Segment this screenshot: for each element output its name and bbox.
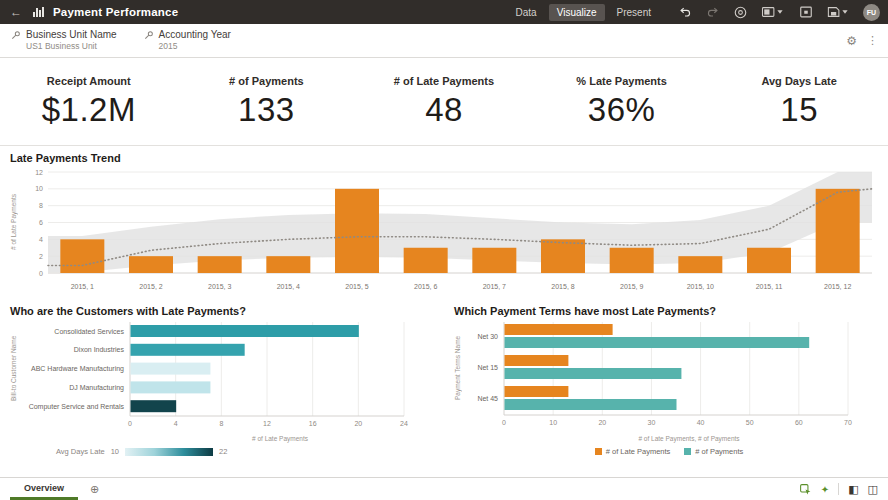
svg-text:30: 30 bbox=[648, 419, 656, 426]
pin-icon bbox=[10, 30, 21, 41]
svg-text:20: 20 bbox=[354, 420, 362, 427]
customer-bar[interactable] bbox=[131, 344, 245, 356]
customer-bar[interactable] bbox=[131, 363, 211, 375]
tab-data[interactable]: Data bbox=[508, 4, 545, 21]
svg-text:16: 16 bbox=[309, 420, 317, 427]
undo-icon[interactable] bbox=[677, 5, 692, 20]
refresh-data-icon[interactable] bbox=[733, 5, 748, 20]
terms-bar-chart[interactable]: 010203040506070Net 30Net 15Net 45 bbox=[464, 320, 874, 430]
trend-bar-chart[interactable]: 0246810122015, 12015, 22015, 32015, 4201… bbox=[20, 167, 878, 301]
trend-bar-2015, 5[interactable] bbox=[335, 189, 379, 273]
payments-bar[interactable] bbox=[505, 368, 682, 379]
svg-text:2015, 5: 2015, 5 bbox=[345, 283, 368, 290]
canvas-layout-icon[interactable] bbox=[761, 5, 785, 20]
layout-left-panel-icon[interactable]: ◧ bbox=[848, 483, 858, 496]
terms-chart-title: Which Payment Terms have most Late Payme… bbox=[454, 305, 878, 317]
kpi-receipt-amount[interactable]: Receipt Amount $1.2M bbox=[0, 58, 178, 145]
svg-text:70: 70 bbox=[844, 419, 852, 426]
trend-bar-2015, 3[interactable] bbox=[198, 256, 242, 273]
kpi-avg-days-late[interactable]: Avg Days Late 15 bbox=[710, 58, 888, 145]
customer-bar[interactable] bbox=[131, 325, 359, 337]
legend-item-late-payments[interactable]: # of Late Payments bbox=[595, 447, 671, 456]
kpi-label: % Late Payments bbox=[576, 75, 666, 87]
kpi-num-late-payments[interactable]: # of Late Payments 48 bbox=[355, 58, 533, 145]
svg-text:2015, 7: 2015, 7 bbox=[483, 283, 506, 290]
back-icon[interactable]: ← bbox=[8, 5, 24, 19]
kpi-value: 48 bbox=[425, 91, 463, 129]
svg-text:8: 8 bbox=[219, 420, 223, 427]
filter-bar: Business Unit Name US1 Business Unit Acc… bbox=[0, 24, 888, 58]
customers-bar-chart[interactable]: 04812162024Consolidated ServicesDixon In… bbox=[20, 320, 430, 430]
svg-text:2015, 4: 2015, 4 bbox=[277, 283, 300, 290]
kpi-label: Avg Days Late bbox=[761, 75, 836, 87]
trend-bar-2015, 1[interactable] bbox=[60, 239, 104, 273]
trend-bar-2015, 6[interactable] bbox=[404, 248, 448, 273]
trend-bar-2015, 7[interactable] bbox=[472, 248, 516, 273]
svg-text:4: 4 bbox=[39, 236, 43, 243]
filter-kebab-menu-icon[interactable]: ⋮ bbox=[867, 34, 878, 47]
filter-settings-gear-icon[interactable]: ⚙ bbox=[846, 34, 857, 48]
layout-split-icon[interactable]: ◫ bbox=[868, 483, 878, 496]
tab-present[interactable]: Present bbox=[609, 4, 659, 21]
filter-value: US1 Business Unit bbox=[26, 41, 117, 52]
svg-text:0: 0 bbox=[502, 419, 506, 426]
svg-text:8: 8 bbox=[39, 202, 43, 209]
filter-accounting-year[interactable]: Accounting Year 2015 bbox=[143, 29, 231, 52]
trend-bar-2015, 8[interactable] bbox=[541, 239, 585, 273]
trend-bar-2015, 12[interactable] bbox=[816, 189, 860, 273]
late-payments-bar[interactable] bbox=[505, 355, 569, 366]
trend-chart-title: Late Payments Trend bbox=[10, 152, 878, 164]
kpi-label: # of Late Payments bbox=[394, 75, 494, 87]
kpi-pct-late-payments[interactable]: % Late Payments 36% bbox=[533, 58, 711, 145]
customers-chart-card: Who are the Customers with Late Payments… bbox=[10, 305, 434, 456]
present-icon[interactable] bbox=[798, 5, 813, 20]
svg-text:Dixon Industries: Dixon Industries bbox=[74, 346, 125, 353]
customer-bar[interactable] bbox=[131, 400, 177, 412]
late-payments-bar[interactable] bbox=[505, 386, 569, 397]
svg-text:12: 12 bbox=[35, 169, 43, 176]
svg-text:Net 45: Net 45 bbox=[477, 395, 498, 402]
customer-bar[interactable] bbox=[131, 381, 211, 393]
svg-text:0: 0 bbox=[128, 420, 132, 427]
terms-y-axis-label: Payment Terms Name bbox=[454, 320, 464, 416]
trend-bar-2015, 4[interactable] bbox=[266, 256, 310, 273]
filter-business-unit[interactable]: Business Unit Name US1 Business Unit bbox=[10, 29, 117, 52]
touch-mode-icon[interactable] bbox=[799, 483, 812, 496]
svg-text:10: 10 bbox=[35, 185, 43, 192]
trend-bar-2015, 10[interactable] bbox=[678, 256, 722, 273]
legend-label: # of Payments bbox=[695, 447, 743, 456]
legend-swatch-orange bbox=[595, 448, 602, 455]
payments-bar[interactable] bbox=[505, 337, 810, 348]
kpi-value: 36% bbox=[588, 91, 656, 129]
svg-text:2015, 2: 2015, 2 bbox=[139, 283, 162, 290]
trend-bar-2015, 9[interactable] bbox=[610, 248, 654, 273]
trend-bar-2015, 2[interactable] bbox=[129, 256, 173, 273]
svg-text:Consolidated Services: Consolidated Services bbox=[54, 328, 124, 335]
svg-text:10: 10 bbox=[549, 419, 557, 426]
svg-text:2015, 9: 2015, 9 bbox=[620, 283, 643, 290]
legend-item-payments[interactable]: # of Payments bbox=[684, 447, 743, 456]
payments-bar[interactable] bbox=[505, 399, 677, 410]
legend-swatch-teal bbox=[684, 448, 691, 455]
add-canvas-icon[interactable]: ⊕ bbox=[90, 483, 99, 496]
tab-visualize[interactable]: Visualize bbox=[549, 4, 605, 21]
trend-y-axis-label: # of Late Payments bbox=[10, 167, 20, 277]
trend-bar-2015, 11[interactable] bbox=[747, 248, 791, 273]
svg-text:2015, 11: 2015, 11 bbox=[756, 283, 783, 290]
kpi-num-payments[interactable]: # of Payments 133 bbox=[178, 58, 356, 145]
app-header: ← Payment Performance Data Visualize Pre… bbox=[0, 0, 888, 24]
redo-icon[interactable] bbox=[705, 5, 720, 20]
save-icon[interactable] bbox=[826, 5, 850, 20]
legend-min: 10 bbox=[111, 447, 119, 456]
late-payments-bar[interactable] bbox=[505, 324, 613, 335]
terms-chart-card: Which Payment Terms have most Late Payme… bbox=[454, 305, 878, 456]
canvas-bar: Overview ⊕ ✦ ◧ ◫ bbox=[0, 477, 888, 500]
avatar[interactable]: FU bbox=[863, 4, 880, 21]
svg-text:6: 6 bbox=[39, 219, 43, 226]
kpi-value: $1.2M bbox=[42, 91, 136, 129]
canvas-tab-overview[interactable]: Overview bbox=[10, 478, 78, 500]
kpi-value: 133 bbox=[238, 91, 295, 129]
sparkle-auto-insights-icon[interactable]: ✦ bbox=[821, 484, 829, 495]
svg-text:60: 60 bbox=[795, 419, 803, 426]
svg-text:DJ Manufacturing: DJ Manufacturing bbox=[69, 384, 124, 392]
